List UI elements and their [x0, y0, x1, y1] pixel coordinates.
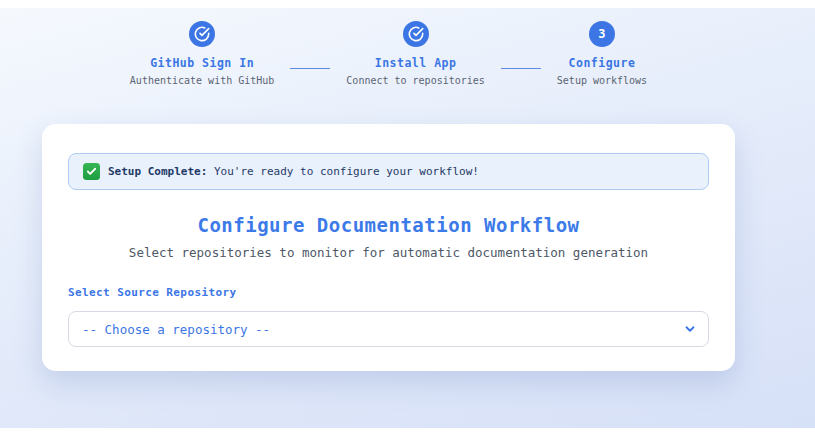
step-connector-line — [501, 68, 541, 69]
check-circle-icon — [194, 26, 210, 42]
step-subtitle: Setup workflows — [557, 75, 647, 86]
stepper-step-github-sign-in: GitHub Sign In Authenticate with GitHub — [130, 21, 275, 86]
step-connector-line — [290, 68, 330, 69]
setup-page: GitHub Sign In Authenticate with GitHub … — [0, 8, 815, 428]
repository-select-wrapper: -- Choose a repository -- — [68, 311, 709, 347]
setup-complete-banner: Setup Complete: You're ready to configur… — [68, 153, 709, 190]
green-check-emoji-icon — [83, 163, 100, 180]
page-subtitle: Select repositories to monitor for autom… — [68, 245, 709, 260]
step-complete-circle — [189, 21, 215, 47]
step-title: GitHub Sign In — [150, 56, 254, 70]
repository-select[interactable]: -- Choose a repository -- — [68, 311, 709, 347]
repository-select-label: Select Source Repository — [68, 286, 709, 299]
step-complete-circle — [403, 21, 429, 47]
content-container: GitHub Sign In Authenticate with GitHub … — [42, 21, 735, 371]
step-number-circle: 3 — [589, 21, 615, 47]
step-subtitle: Connect to repositories — [346, 75, 484, 86]
step-title: Install App — [375, 56, 457, 70]
banner-bold-text: Setup Complete: — [108, 165, 207, 178]
banner-message: You're ready to configure your workflow! — [214, 165, 479, 178]
banner-text: Setup Complete: You're ready to configur… — [108, 165, 479, 178]
step-subtitle: Authenticate with GitHub — [130, 75, 275, 86]
step-title: Configure — [569, 56, 636, 70]
configure-workflow-card: Setup Complete: You're ready to configur… — [42, 124, 735, 371]
stepper-step-configure: 3 Configure Setup workflows — [557, 21, 647, 86]
page-title: Configure Documentation Workflow — [68, 214, 709, 236]
check-circle-icon — [408, 26, 424, 42]
setup-stepper: GitHub Sign In Authenticate with GitHub … — [42, 21, 735, 86]
step-number: 3 — [598, 27, 605, 41]
stepper-step-install-app: Install App Connect to repositories — [346, 21, 484, 86]
